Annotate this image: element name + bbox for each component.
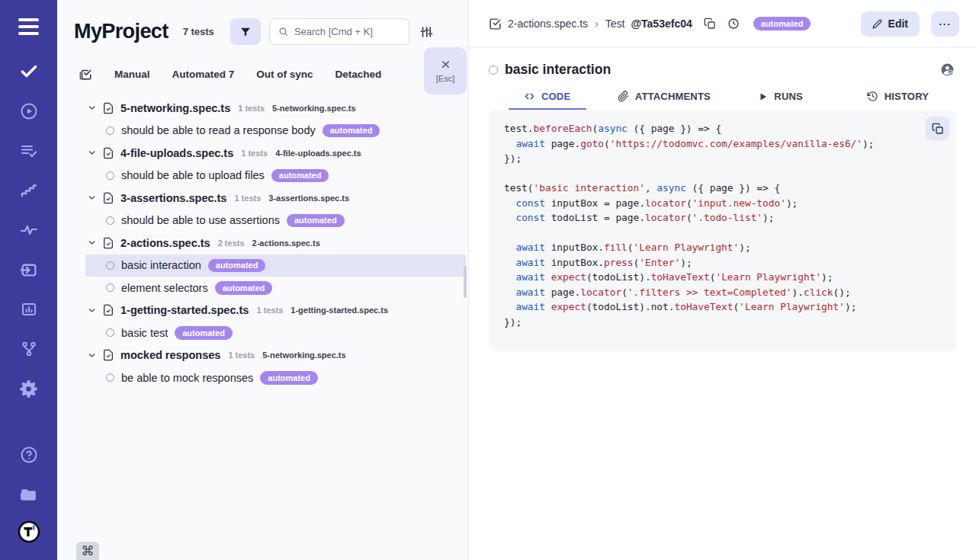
tree-test-row[interactable]: should be able to read a response bodyau… [85, 120, 466, 142]
filter-tab-manual[interactable]: Manual [114, 69, 150, 80]
code-line: await inputBox.press('Enter'); [504, 255, 941, 270]
detail-actions: Edit ··· [861, 11, 959, 37]
code-line: await expect(todoList).toHaveText('Learn… [504, 270, 941, 285]
sidebar-item-projects[interactable] [9, 475, 49, 514]
sidebar-item-tests[interactable] [9, 52, 49, 91]
search-box [269, 18, 409, 45]
tree-file-row[interactable]: mocked responses1 tests5-networking.spec… [85, 344, 466, 367]
sidebar-item-activity[interactable] [9, 210, 49, 250]
test-name[interactable]: should be able to read a response body [121, 124, 316, 136]
file-name[interactable]: 4-file-uploads.spec.ts [120, 147, 233, 159]
project-header: MyProject 7 tests [57, 0, 468, 45]
sidebar-item-settings[interactable] [9, 369, 49, 408]
menu-icon[interactable] [18, 18, 39, 35]
tree-test-row[interactable]: basic testautomated [85, 322, 466, 344]
sidebar-nav [9, 52, 49, 408]
sidebar-item-runs[interactable] [9, 91, 49, 131]
tab-runs[interactable]: RUNS [723, 91, 840, 110]
search-input[interactable] [294, 26, 400, 37]
code-icon [524, 91, 535, 102]
code-line: await inputBox.fill('Learn Playwright'); [504, 240, 941, 255]
tree-test-row[interactable]: should be able to upload filesautomated [85, 165, 466, 187]
tree-file-row[interactable]: 5-networking.spec.ts1 tests5-networking.… [85, 97, 466, 120]
chevron-down-icon[interactable] [88, 104, 96, 112]
sidebar-item-help[interactable] [9, 435, 49, 475]
tree-file-row[interactable]: 1-getting-started.spec.ts1 tests1-gettin… [85, 299, 466, 322]
file-name[interactable]: 2-actions.spec.ts [120, 237, 210, 249]
view-settings-button[interactable] [419, 25, 433, 39]
clock-icon [727, 18, 740, 30]
test-status-circle [106, 216, 114, 225]
cmd-key-hint: ⌘ [76, 542, 99, 560]
tree-test-row[interactable]: be able to mock responsesautomated [85, 366, 466, 389]
copy-code-button[interactable] [926, 117, 949, 140]
play-icon [759, 92, 768, 101]
test-name[interactable]: be able to mock responses [121, 372, 253, 384]
app: MyProject 7 tests [Esc] Manual [0, 0, 976, 560]
filter-button[interactable] [230, 18, 261, 45]
tree-test-row[interactable]: basic interactionautomated [85, 254, 466, 277]
sidebar-item-test-list[interactable] [9, 131, 49, 171]
file-test-count: 1 tests [256, 306, 283, 315]
chevron-down-icon[interactable] [88, 351, 96, 360]
sidebar-item-versions[interactable] [9, 329, 49, 369]
pencil-icon [872, 19, 882, 29]
sidebar-app-logo[interactable] [9, 514, 49, 549]
test-name[interactable]: basic interaction [121, 259, 201, 271]
tree-file-row[interactable]: 3-assertions.spec.ts1 tests3-assertions.… [85, 187, 466, 210]
history-time-button[interactable] [727, 18, 740, 30]
more-button[interactable]: ··· [931, 11, 959, 37]
scrollbar-thumb[interactable] [464, 266, 467, 298]
test-title: basic interaction [505, 62, 611, 78]
chevron-down-icon[interactable] [88, 238, 96, 247]
tab-attachments[interactable]: ATTACHMENTS [605, 91, 722, 110]
tree-file-row[interactable]: 4-file-uploads.spec.ts1 tests4-file-uplo… [85, 142, 466, 165]
edit-button-label: Edit [888, 18, 908, 30]
file-name[interactable]: 3-assertions.spec.ts [120, 192, 226, 204]
file-path: 4-file-uploads.spec.ts [275, 149, 361, 158]
file-check-icon [102, 304, 114, 316]
assignee-avatar[interactable] [940, 62, 955, 77]
test-name[interactable]: should be able to use assertions [121, 214, 280, 226]
chevron-down-icon[interactable] [88, 149, 96, 157]
sidebar-item-steps[interactable] [9, 171, 49, 210]
file-path: 5-networking.spec.ts [272, 104, 355, 113]
test-name[interactable]: basic test [121, 327, 168, 339]
test-detail-panel: 2-actions.spec.ts › Test @Ta53efc04 auto… [469, 0, 976, 560]
automated-badge: automated [323, 124, 380, 138]
gear-icon [19, 379, 38, 398]
code-line: await page.goto('https://todomvc.com/exa… [504, 136, 941, 152]
test-status-circle [106, 283, 114, 292]
file-name[interactable]: 5-networking.spec.ts [120, 102, 230, 114]
select-all-icon[interactable] [79, 67, 92, 81]
test-heading: basic interaction [469, 48, 976, 78]
breadcrumb-separator: › [595, 18, 599, 30]
file-name[interactable]: 1-getting-started.spec.ts [120, 304, 249, 316]
sliders-icon [419, 25, 433, 39]
filter-tabs: Manual Automated 7 Out of sync Detached [57, 67, 468, 81]
test-name[interactable]: element selectors [121, 282, 208, 294]
code-block[interactable]: test.beforeEach(async ({ page }) => { aw… [504, 121, 941, 329]
tree-test-row[interactable]: should be able to use assertionsautomate… [85, 210, 466, 232]
paperclip-icon [618, 91, 629, 102]
filter-tab-automated[interactable]: Automated 7 [172, 69, 235, 80]
tree-file-row[interactable]: 2-actions.spec.ts2 tests2-actions.spec.t… [85, 232, 466, 254]
tab-code[interactable]: CODE [489, 91, 605, 110]
breadcrumb-file[interactable]: 2-actions.spec.ts [508, 18, 588, 30]
filter-tab-detached[interactable]: Detached [336, 69, 382, 80]
copy-id-button[interactable] [704, 18, 716, 30]
tree-test-row[interactable]: element selectorsautomated [85, 277, 466, 299]
test-name[interactable]: should be able to upload files [121, 169, 265, 181]
chevron-down-icon[interactable] [88, 306, 96, 315]
filter-tab-out-of-sync[interactable]: Out of sync [256, 69, 313, 80]
chevron-down-icon[interactable] [88, 194, 96, 202]
tab-history[interactable]: HISTORY [840, 91, 956, 110]
user-check-icon [940, 62, 955, 77]
edit-button[interactable]: Edit [861, 11, 920, 37]
sidebar-item-import[interactable] [9, 250, 49, 290]
test-status-circle [106, 126, 114, 135]
close-icon[interactable] [440, 59, 451, 70]
file-name[interactable]: mocked responses [120, 349, 220, 361]
file-path: 3-assertions.spec.ts [268, 194, 349, 203]
sidebar-item-reports[interactable] [9, 290, 49, 329]
